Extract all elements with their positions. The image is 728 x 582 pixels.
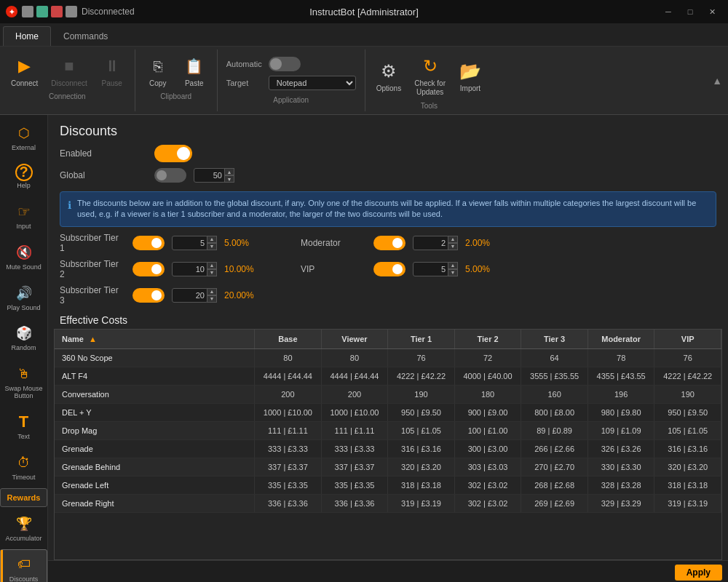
sidebar-item-help-label: Help [17, 183, 31, 190]
cell-tier3: 160 [521, 385, 588, 403]
tier3-value-input[interactable] [172, 288, 208, 303]
col-header-tier1[interactable]: Tier 1 [388, 330, 455, 349]
target-select[interactable]: Notepad [269, 76, 356, 90]
tier3-toggle-knob [151, 290, 162, 300]
cell-base: 335 | £3.35 [255, 476, 322, 494]
disconnect-label: Disconnect [51, 79, 87, 87]
tab-home[interactable]: Home [3, 26, 51, 46]
app-title: InstructBot [Administrator] [309, 7, 419, 17]
main-layout: ⬡ External ? Help ☞ Input 🔇 Mute Sound 🔊… [0, 115, 728, 582]
ribbon: ▶ Connect ■ Disconnect ⏸ Pause Connectio… [0, 47, 728, 115]
cell-name: Grenade Right [55, 494, 255, 512]
ribbon-tools-group: ⚙ Options ↻ Check for Updates 📂 Import T… [365, 49, 493, 111]
tier1-value-input[interactable] [172, 236, 208, 250]
tier2-decrement-button[interactable]: ▼ [207, 269, 217, 276]
tier3-toggle[interactable] [132, 288, 165, 303]
cell-tier1: 318 | £3.18 [388, 476, 455, 494]
application-group-label: Application [226, 96, 356, 104]
sidebar-item-external-label: External [12, 145, 36, 152]
global-increment-button[interactable]: ▲ [224, 168, 234, 175]
cell-viewer: 333 | £3.33 [321, 439, 388, 458]
ribbon-connection-group: ▶ Connect ■ Disconnect ⏸ Pause Connectio… [0, 49, 135, 111]
sidebar-item-play-sound[interactable]: 🔊 Play Sound [0, 278, 47, 317]
connect-button[interactable]: ▶ Connect [6, 51, 43, 91]
sidebar-item-accumulator[interactable]: 🏆 Accumulator [0, 509, 47, 548]
check-updates-button[interactable]: ↻ Check for Updates [409, 51, 451, 100]
vip-value-input[interactable] [413, 262, 449, 276]
copy-button[interactable]: ⎘ Copy [141, 51, 175, 91]
import-button[interactable]: 📂 Import [454, 56, 487, 96]
global-toggle[interactable] [154, 168, 186, 183]
col-header-base[interactable]: Base [255, 330, 322, 349]
automatic-toggle[interactable] [269, 57, 301, 71]
cell-tier3: 266 | £2.66 [521, 439, 588, 458]
moderator-decrement-button[interactable]: ▼ [448, 243, 458, 250]
app-icon: ✦ [6, 6, 17, 17]
tier3-percent: 20.00% [224, 290, 257, 300]
sidebar-item-swap-mouse[interactable]: 🖱 Swap Mouse Button [0, 359, 47, 405]
maximize-button[interactable]: □ [680, 4, 700, 19]
tier3-input-group: ▲ ▼ [172, 288, 217, 303]
options-button[interactable]: ⚙ Options [371, 56, 406, 96]
tier1-spinner: ▲ ▼ [207, 236, 217, 250]
enabled-toggle[interactable] [154, 145, 192, 162]
disconnect-button[interactable]: ■ Disconnect [46, 51, 92, 91]
moderator-increment-button[interactable]: ▲ [448, 236, 458, 243]
sidebar-item-mute-sound[interactable]: 🔇 Mute Sound [0, 237, 47, 276]
global-value-input[interactable] [194, 168, 226, 183]
vip-toggle-knob [392, 264, 403, 274]
sidebar-item-input[interactable]: ☞ Input [0, 196, 47, 236]
pause-button[interactable]: ⏸ Pause [95, 51, 129, 91]
cell-moderator: 196 [587, 385, 654, 403]
tier2-increment-button[interactable]: ▲ [207, 262, 217, 269]
tier2-vip-row: Subscriber Tier 2 ▲ ▼ 10.00% VIP [60, 259, 716, 279]
tier3-increment-button[interactable]: ▲ [207, 288, 217, 295]
sidebar-item-text[interactable]: T Text [0, 407, 47, 446]
content-area: Discounts Enabled Global ▲ [48, 115, 728, 582]
col-header-tier2[interactable]: Tier 2 [454, 330, 521, 349]
costs-table: Name ▲ Base Viewer Tier 1 Tier 2 Tier 3 … [55, 330, 721, 513]
pause-label: Pause [102, 79, 122, 87]
col-header-viewer[interactable]: Viewer [321, 330, 388, 349]
clipboard-group-label: Clipboard [160, 92, 191, 100]
sidebar-item-random[interactable]: 🎲 Random [0, 318, 47, 357]
tab-commands[interactable]: Commands [51, 26, 120, 46]
tier3-decrement-button[interactable]: ▼ [207, 295, 217, 303]
tier3-row: Subscriber Tier 3 ▲ ▼ 20.00% [60, 285, 716, 306]
sidebar-item-external[interactable]: ⬡ External [0, 118, 47, 157]
global-spinner: ▲ ▼ [224, 168, 234, 183]
vip-toggle[interactable] [373, 262, 405, 276]
tier2-percent: 10.00% [224, 264, 257, 274]
moderator-value-input[interactable] [413, 236, 449, 250]
tier2-value-input[interactable] [172, 262, 208, 276]
connection-status: Disconnected [82, 7, 135, 17]
col-header-moderator[interactable]: Moderator [587, 330, 654, 349]
tier1-increment-button[interactable]: ▲ [207, 236, 217, 243]
sidebar-item-discounts[interactable]: 🏷 Discounts [0, 549, 47, 582]
sidebar-item-timeout[interactable]: ⏱ Timeout [0, 447, 47, 487]
apply-button[interactable]: Apply [675, 565, 722, 581]
tier1-toggle[interactable] [132, 236, 165, 250]
title-bar-left: ✦ Disconnected [6, 6, 135, 17]
target-label: Target [226, 79, 263, 87]
global-decrement-button[interactable]: ▼ [224, 175, 234, 183]
window-controls[interactable]: ─ □ ✕ [658, 4, 722, 19]
vip-increment-button[interactable]: ▲ [448, 262, 458, 269]
minimize-button[interactable]: ─ [658, 4, 678, 19]
col-header-tier3[interactable]: Tier 3 [521, 330, 588, 349]
sidebar-item-help[interactable]: ? Help [0, 159, 47, 195]
help-icon: ? [15, 164, 33, 181]
col-header-vip[interactable]: VIP [654, 330, 721, 349]
ribbon-collapse-button[interactable]: ▲ [712, 49, 728, 111]
tier1-decrement-button[interactable]: ▼ [207, 243, 217, 250]
vip-decrement-button[interactable]: ▼ [448, 269, 458, 276]
close-button[interactable]: ✕ [702, 4, 722, 19]
moderator-toggle-knob [392, 238, 403, 248]
col-header-name[interactable]: Name ▲ [55, 330, 255, 349]
cell-viewer: 200 [321, 385, 388, 403]
vip-label: VIP [301, 264, 366, 274]
costs-table-scroll[interactable]: Name ▲ Base Viewer Tier 1 Tier 2 Tier 3 … [55, 330, 721, 519]
tier2-toggle[interactable] [132, 262, 165, 276]
paste-button[interactable]: 📋 Paste [178, 51, 211, 91]
moderator-toggle[interactable] [373, 236, 405, 250]
